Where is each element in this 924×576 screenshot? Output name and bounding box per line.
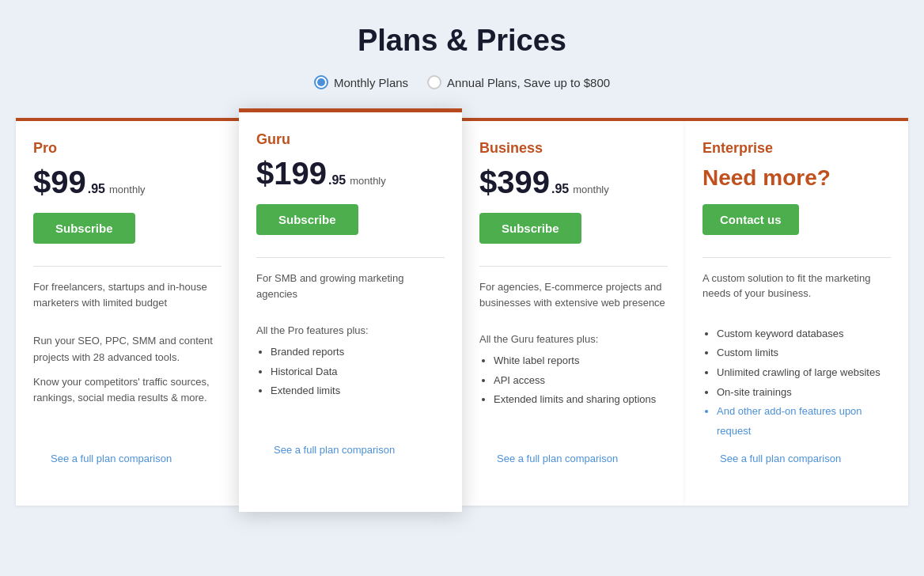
guru-feature-3: Extended limits bbox=[271, 381, 445, 401]
pro-subscribe-button[interactable]: Subscribe bbox=[33, 213, 135, 244]
guru-features-list: Branded reports Historical Data Extended… bbox=[256, 343, 445, 401]
guru-features-intro: All the Pro features plus: bbox=[256, 324, 445, 336]
business-divider bbox=[479, 266, 668, 267]
pro-price-cents: .95 bbox=[88, 182, 105, 196]
enterprise-features-list: Custom keyword databases Custom limits U… bbox=[702, 324, 891, 441]
annual-radio[interactable] bbox=[427, 75, 441, 89]
business-feature-1: White label reports bbox=[494, 351, 668, 371]
pro-divider bbox=[33, 266, 222, 267]
plan-card-enterprise: Enterprise Need more? Contact us A custo… bbox=[685, 118, 908, 506]
business-description: For agencies, E-commerce projects and bu… bbox=[479, 279, 668, 319]
business-feature-2: API access bbox=[494, 371, 668, 391]
guru-feature-1: Branded reports bbox=[271, 343, 445, 362]
monthly-radio[interactable] bbox=[314, 75, 328, 89]
business-feature-3: Extended limits and sharing options bbox=[494, 390, 668, 410]
business-plan-name: Business bbox=[479, 140, 668, 157]
pro-plan-name: Pro bbox=[33, 140, 222, 157]
guru-price-cents: .95 bbox=[328, 173, 346, 188]
enterprise-see-comparison[interactable]: See a full plan comparison bbox=[720, 453, 841, 464]
business-subscribe-button[interactable]: Subscribe bbox=[479, 213, 581, 244]
enterprise-feature-4: On-site trainings bbox=[717, 383, 891, 403]
enterprise-feature-5: And other add-on features upon request bbox=[717, 402, 891, 441]
pro-features-text-2: Know your competitors' traffic sources, … bbox=[33, 374, 222, 407]
enterprise-headline: Need more? bbox=[702, 165, 891, 191]
enterprise-feature-2: Custom limits bbox=[717, 343, 891, 363]
pro-see-comparison[interactable]: See a full plan comparison bbox=[51, 453, 172, 464]
plans-container: Pro $99 .95 monthly Subscribe For freela… bbox=[16, 118, 908, 512]
page-title: Plans & Prices bbox=[358, 24, 566, 58]
enterprise-feature-3: Unlimited crawling of large websites bbox=[717, 363, 891, 383]
enterprise-contact-button[interactable]: Contact us bbox=[702, 204, 799, 235]
plan-card-guru: Guru $199 .95 monthly Subscribe For SMB … bbox=[239, 108, 462, 512]
annual-label: Annual Plans, Save up to $800 bbox=[447, 76, 610, 89]
plan-card-pro: Pro $99 .95 monthly Subscribe For freela… bbox=[16, 118, 239, 506]
business-see-comparison[interactable]: See a full plan comparison bbox=[497, 453, 618, 464]
guru-feature-2: Historical Data bbox=[271, 362, 445, 382]
guru-price-row: $199 .95 monthly bbox=[256, 156, 445, 191]
business-price-cents: .95 bbox=[551, 182, 569, 196]
monthly-toggle[interactable]: Monthly Plans bbox=[314, 75, 408, 89]
business-price-main: $399 bbox=[479, 165, 550, 200]
enterprise-feature-1: Custom keyword databases bbox=[717, 324, 891, 344]
business-price-period: monthly bbox=[573, 184, 609, 195]
guru-divider bbox=[256, 257, 445, 258]
monthly-label: Monthly Plans bbox=[334, 76, 408, 89]
pro-price-main: $99 bbox=[33, 165, 86, 200]
guru-price-period: monthly bbox=[350, 175, 386, 187]
annual-toggle[interactable]: Annual Plans, Save up to $800 bbox=[427, 75, 610, 89]
guru-subscribe-button[interactable]: Subscribe bbox=[256, 204, 358, 235]
enterprise-divider bbox=[702, 257, 891, 258]
plan-toggle: Monthly Plans Annual Plans, Save up to $… bbox=[314, 75, 610, 89]
pro-description: For freelancers, startups and in-house m… bbox=[33, 279, 222, 319]
enterprise-description: A custom solution to fit the marketing n… bbox=[702, 271, 891, 310]
pro-price-row: $99 .95 monthly bbox=[33, 165, 222, 200]
guru-plan-name: Guru bbox=[256, 131, 445, 148]
guru-see-comparison[interactable]: See a full plan comparison bbox=[274, 444, 395, 456]
plan-card-business: Business $399 .95 monthly Subscribe For … bbox=[462, 118, 685, 506]
pro-price-period: monthly bbox=[109, 184, 146, 195]
pro-features-text-1: Run your SEO, PPC, SMM and content proje… bbox=[33, 333, 222, 366]
business-price-row: $399 .95 monthly bbox=[479, 165, 668, 200]
guru-description: For SMB and growing marketing agencies bbox=[256, 271, 445, 310]
business-features-list: White label reports API access Extended … bbox=[479, 351, 668, 410]
enterprise-plan-name: Enterprise bbox=[702, 140, 891, 157]
guru-price-main: $199 bbox=[256, 156, 327, 191]
business-features-intro: All the Guru features plus: bbox=[479, 333, 668, 345]
